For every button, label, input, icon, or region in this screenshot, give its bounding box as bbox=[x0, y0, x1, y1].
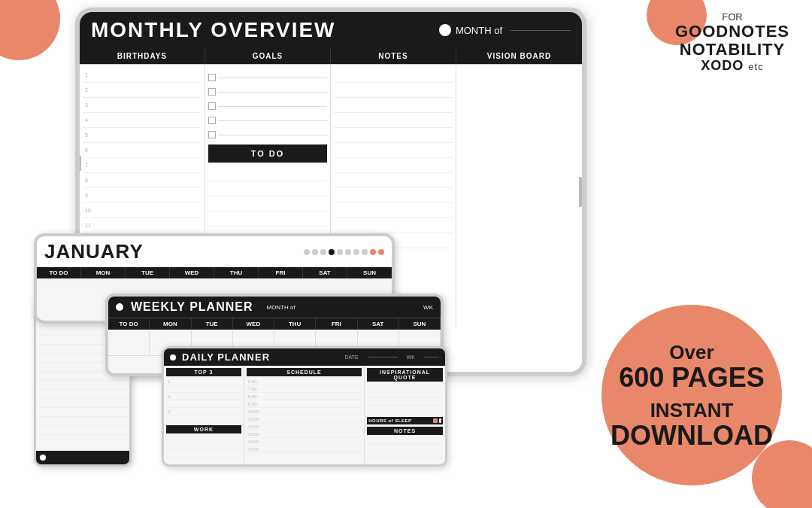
dot-9 bbox=[370, 249, 376, 255]
pages-info-circle: Over 600 PAGES INSTANT DOWNLOAD bbox=[601, 305, 782, 485]
app-compatibility-info: FOR GOODNOTES NOTABILITY XODO etc bbox=[675, 11, 789, 74]
tablet-side-button bbox=[75, 156, 81, 171]
goals-checkboxes bbox=[208, 71, 327, 141]
notes-bottom-bar bbox=[36, 451, 129, 464]
dot-8 bbox=[362, 249, 368, 255]
for-label: FOR bbox=[675, 11, 789, 23]
weekly-month: MONTH of bbox=[266, 304, 295, 311]
goal-5 bbox=[208, 129, 327, 141]
sleep-bar: HOURS of SLEEP bbox=[367, 417, 443, 424]
january-row bbox=[37, 278, 392, 285]
instant-text: INSTANT bbox=[650, 399, 734, 422]
birthday-row-8: 8 bbox=[83, 173, 201, 188]
dot-3 bbox=[320, 249, 326, 255]
weekly-col-todo: TO DO bbox=[108, 318, 150, 330]
january-header: JANUARY bbox=[37, 236, 392, 267]
jan-col-thu: THU bbox=[214, 267, 259, 278]
birthday-row-9: 9 bbox=[83, 188, 201, 203]
planner-header: MONTHLY OVERVIEW MONTH of bbox=[80, 12, 582, 48]
weekly-header: WEEKLY PLANNER MONTH of WK bbox=[108, 297, 441, 318]
daily-tablet: DAILY PLANNER DATE WK TOP 3 1. 2. 3. WOR… bbox=[162, 346, 447, 467]
daily-title: DAILY PLANNER bbox=[182, 351, 270, 363]
notes-bottom-icon bbox=[40, 455, 46, 461]
col-vision-board: VISION BOARD bbox=[456, 48, 582, 64]
weekly-col-sat: SAT bbox=[358, 318, 399, 330]
birthday-row-7: 7 bbox=[83, 158, 201, 173]
weekly-col-fri: FRI bbox=[316, 318, 357, 330]
birthday-row-3: 3 bbox=[83, 98, 201, 113]
decorative-circle-top-left bbox=[0, 0, 60, 60]
quote-header: INSPIRATIONAL QUOTE bbox=[367, 368, 443, 382]
jan-col-wed: WED bbox=[170, 267, 214, 278]
birthday-row-2: 2 bbox=[83, 83, 201, 98]
weekly-col-mon: MON bbox=[150, 318, 191, 330]
daily-body: TOP 3 1. 2. 3. WORK SCHEDULE 6:00 7:00 8… bbox=[164, 366, 445, 461]
app-goodnotes: GOODNOTES bbox=[675, 23, 789, 41]
jan-col-sun: SUN bbox=[347, 267, 392, 278]
weekly-col-sun: SUN bbox=[399, 318, 441, 330]
birthday-row-10: 10 bbox=[83, 203, 201, 218]
schedule-column: SCHEDULE 6:00 7:00 8:00 9:00 10:00 11:00… bbox=[244, 366, 365, 467]
weekly-col-wed: WED bbox=[233, 318, 274, 330]
goal-4 bbox=[208, 114, 327, 126]
dot-7 bbox=[353, 249, 359, 255]
tablet-home-button bbox=[579, 177, 586, 207]
schedule-header: SCHEDULE bbox=[247, 368, 362, 376]
planner-title: MONTHLY OVERVIEW bbox=[91, 18, 336, 42]
dot-1 bbox=[304, 249, 310, 255]
goal-2 bbox=[208, 86, 327, 98]
goal-3 bbox=[208, 100, 327, 112]
jan-col-sat: SAT bbox=[303, 267, 347, 278]
dot-4 bbox=[329, 249, 335, 255]
weekly-column-headers: TO DO MON TUE WED THU FRI SAT SUN bbox=[108, 318, 441, 330]
over-text: Over bbox=[669, 341, 714, 364]
download-text: DOWNLOAD bbox=[611, 422, 773, 449]
jan-col-tue: TUE bbox=[126, 267, 170, 278]
top3-column: TOP 3 1. 2. 3. WORK bbox=[164, 366, 244, 467]
birthday-row-6: 6 bbox=[83, 143, 201, 158]
january-dots bbox=[304, 249, 384, 255]
col-birthdays: BIRTHDAYS bbox=[80, 48, 205, 64]
weekly-wk: WK bbox=[423, 304, 433, 311]
todo-label: TO DO bbox=[208, 144, 327, 163]
top3-header: TOP 3 bbox=[166, 368, 241, 376]
weekly-title: WEEKLY PLANNER bbox=[131, 300, 253, 314]
birthday-row-4: 4 bbox=[83, 113, 201, 128]
app-notability: NOTABILITY bbox=[675, 41, 789, 59]
month-label: MONTH of bbox=[439, 24, 571, 36]
dot-10 bbox=[378, 249, 384, 255]
january-title: JANUARY bbox=[44, 240, 144, 263]
daily-wk: WK bbox=[407, 354, 415, 360]
vision-board-column bbox=[456, 65, 582, 328]
daily-date: DATE bbox=[345, 354, 359, 360]
goal-1 bbox=[208, 71, 327, 84]
jan-col-fri: FRI bbox=[259, 267, 303, 278]
app-xodo: XODO etc bbox=[675, 59, 789, 74]
jan-col-todo: TO DO bbox=[37, 267, 81, 278]
dot-6 bbox=[345, 249, 351, 255]
sleep-section: HOURS of SLEEP NOTES bbox=[367, 417, 443, 459]
birthday-row-1: 1 bbox=[83, 68, 201, 83]
weekly-col-thu: THU bbox=[274, 318, 316, 330]
jan-col-mon: MON bbox=[81, 267, 126, 278]
col-notes: NOTES bbox=[331, 48, 456, 64]
birthday-row-11: 11 bbox=[83, 218, 201, 233]
january-columns: TO DO MON TUE WED THU FRI SAT SUN bbox=[37, 267, 392, 278]
dot-2 bbox=[312, 249, 318, 255]
dot-5 bbox=[337, 249, 343, 255]
work-label: WORK bbox=[166, 425, 241, 433]
daily-header: DAILY PLANNER DATE WK bbox=[164, 348, 445, 366]
weekly-col-tue: TUE bbox=[192, 318, 233, 330]
col-goals: GOALS bbox=[205, 48, 331, 64]
notes-section-label: NOTES bbox=[367, 427, 443, 435]
pages-count: 600 PAGES bbox=[619, 364, 764, 391]
quote-column: INSPIRATIONAL QUOTE HOURS of SLEEP NOTES bbox=[365, 366, 445, 467]
planner-column-headers: BIRTHDAYS GOALS NOTES VISION BOARD bbox=[80, 48, 582, 65]
birthday-row-5: 5 bbox=[83, 128, 201, 143]
